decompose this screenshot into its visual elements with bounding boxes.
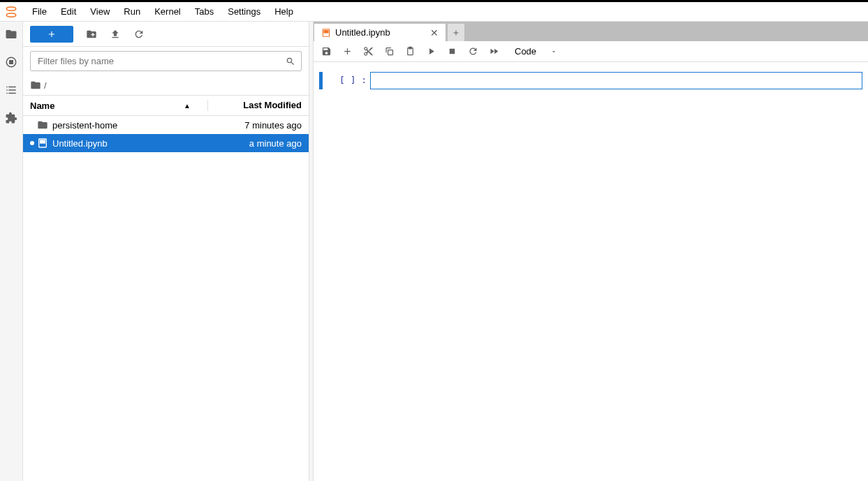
cell-type-select[interactable]: Code [515,46,557,57]
notebook-body: [ ] : [314,62,868,481]
folder-icon[interactable] [4,27,18,41]
menu-run[interactable]: Run [117,3,147,20]
menu-kernel[interactable]: Kernel [147,3,188,20]
new-launcher-button[interactable] [30,26,73,43]
save-icon[interactable] [321,46,332,57]
menu-view[interactable]: View [83,3,117,20]
cell-prompt: [ ] : [339,72,366,89]
menu-help[interactable]: Help [267,3,300,20]
menu-settings[interactable]: Settings [221,3,267,20]
svg-rect-10 [409,47,411,49]
paste-icon[interactable] [404,46,415,57]
svg-rect-11 [449,49,455,54]
file-modified: 7 minutes ago [244,120,302,131]
add-cell-icon[interactable] [341,46,353,57]
running-dot [30,141,34,145]
file-row-notebook[interactable]: Untitled.ipynb a minute ago [23,134,309,152]
refresh-icon[interactable] [133,29,145,40]
filter-input[interactable] [31,52,280,71]
upload-icon[interactable] [110,29,121,40]
menu-edit[interactable]: Edit [54,3,83,20]
header-modified[interactable]: Last Modified [211,100,302,111]
code-cell[interactable]: [ ] : [319,72,862,89]
jupyter-logo-icon [3,3,20,20]
tab-bar: Untitled.ipynb ✕ [314,22,868,41]
svg-rect-5 [41,140,45,143]
file-list-header: Name ▲ Last Modified [23,96,309,116]
folder-icon [30,80,41,91]
file-name: persistent-home [52,120,244,131]
file-row-folder[interactable]: persistent-home 7 minutes ago [23,116,309,134]
file-toolbar [23,22,309,47]
chevron-down-icon [550,48,557,55]
run-icon[interactable] [425,46,436,57]
svg-point-1 [6,13,16,16]
notebook-tab[interactable]: Untitled.ipynb ✕ [314,23,446,41]
restart-run-all-icon[interactable] [488,46,499,57]
cut-icon[interactable] [362,46,374,57]
folder-icon [37,119,48,131]
svg-rect-7 [324,30,328,33]
sort-caret-icon: ▲ [184,102,191,110]
menu-file[interactable]: File [25,3,54,20]
svg-point-0 [6,6,16,10]
search-icon [280,57,301,66]
stop-icon[interactable] [446,46,457,57]
notebook-icon [321,28,331,38]
cell-marker [319,72,323,89]
file-modified: a minute ago [249,138,302,149]
header-name-label: Name [30,101,54,111]
svg-rect-3 [10,61,13,64]
tab-title: Untitled.ipynb [335,27,390,38]
restart-icon[interactable] [467,46,478,57]
cell-input[interactable] [370,72,862,89]
main-layout: / Name ▲ Last Modified persistent-home 7… [0,22,868,481]
extensions-icon[interactable] [4,111,18,125]
column-divider [207,100,208,111]
close-icon[interactable]: ✕ [430,27,439,38]
filter-row [23,47,309,75]
file-browser-panel: / Name ▲ Last Modified persistent-home 7… [23,22,309,481]
menu-bar: File Edit View Run Kernel Tabs Settings … [0,2,868,22]
svg-rect-8 [388,50,392,55]
running-icon[interactable] [4,55,18,69]
activity-bar [0,22,23,481]
file-name: Untitled.ipynb [52,138,249,149]
new-folder-icon[interactable] [86,29,97,40]
notebook-icon [37,138,48,149]
breadcrumb[interactable]: / [23,75,309,96]
notebook-toolbar: Code [314,41,868,62]
menu-tabs[interactable]: Tabs [188,3,221,20]
cell-type-label: Code [515,46,536,57]
header-name[interactable]: Name ▲ [30,100,205,111]
copy-icon[interactable] [383,46,395,57]
filter-input-wrap [30,51,302,71]
main-area: Untitled.ipynb ✕ [314,22,868,481]
toc-icon[interactable] [4,83,18,97]
add-tab-button[interactable] [447,23,465,41]
breadcrumb-root: / [44,80,47,91]
